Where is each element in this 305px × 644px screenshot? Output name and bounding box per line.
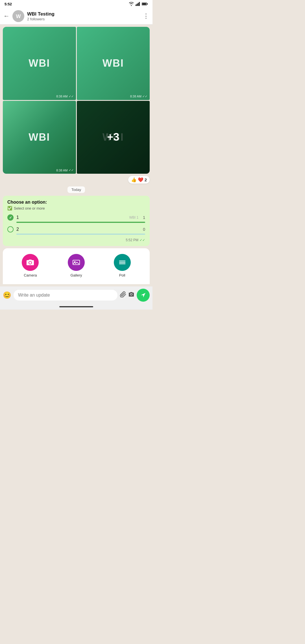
status-bar: 5:52 bbox=[0, 0, 152, 8]
status-time: 5:52 bbox=[5, 2, 12, 6]
today-divider: Today bbox=[3, 186, 150, 193]
img-time-1: 8:38 AM bbox=[56, 95, 67, 98]
img-time-3: 8:38 AM bbox=[56, 169, 67, 172]
back-button[interactable]: ← bbox=[3, 12, 10, 20]
today-badge: Today bbox=[67, 186, 85, 193]
image-grid: WBI 8:38 AM ✓✓ WBI 8:38 AM ✓✓ WBI 8:38 A… bbox=[3, 27, 150, 174]
poll-option-2-label: 2 bbox=[16, 227, 140, 232]
poll-radio-1[interactable] bbox=[7, 214, 14, 221]
camera-input-icon bbox=[128, 291, 134, 297]
poll-option-1-row: 1 WBI 1 1 bbox=[7, 214, 145, 221]
poll-checkmarks: ✓✓ bbox=[140, 238, 145, 242]
gallery-label: Gallery bbox=[70, 273, 82, 277]
poll-option-1-label: 1 bbox=[16, 215, 127, 220]
camera-svg bbox=[26, 259, 34, 266]
attach-button[interactable] bbox=[120, 291, 126, 299]
poll-option-1-count: 1 bbox=[143, 215, 145, 220]
channel-name: WBI Testing bbox=[27, 11, 140, 17]
poll-svg bbox=[118, 259, 126, 266]
wifi-icon bbox=[129, 2, 134, 6]
check-icon-1: ✓✓ bbox=[69, 95, 74, 98]
poll-label: Poll bbox=[119, 273, 125, 277]
poll-attach-icon bbox=[114, 254, 131, 271]
wbi-bg-1: WBI bbox=[3, 27, 76, 100]
poll-bar-1-fill bbox=[16, 222, 145, 223]
app-header: ← W WBI Testing 2 followers ⋮ bbox=[0, 8, 152, 25]
header-info: WBI Testing 2 followers bbox=[27, 11, 140, 21]
poll-bar-2-fill bbox=[16, 234, 55, 235]
attach-poll[interactable]: Poll bbox=[114, 254, 131, 277]
emoji-button[interactable]: 😊 bbox=[3, 291, 11, 299]
img-overlay-3: 8:38 AM ✓✓ bbox=[56, 168, 73, 172]
more-menu-button[interactable]: ⋮ bbox=[143, 12, 149, 20]
attach-camera[interactable]: Camera bbox=[22, 254, 39, 277]
poll-option-1[interactable]: 1 WBI 1 1 bbox=[7, 214, 145, 223]
send-button[interactable] bbox=[137, 289, 150, 302]
battery-icon bbox=[142, 2, 148, 6]
reactions-row: 👍 ❤️ 2 bbox=[3, 176, 150, 184]
wbi-logo-3: WBI bbox=[29, 131, 50, 143]
image-3[interactable]: WBI 8:38 AM ✓✓ bbox=[3, 101, 76, 174]
reactions-count: 2 bbox=[145, 177, 147, 182]
more-overlay: +3 bbox=[77, 101, 150, 174]
poll-bar-2-bg bbox=[16, 234, 145, 235]
poll-title: Choose an option: bbox=[7, 200, 145, 205]
poll-subtitle-text: Select one or more bbox=[14, 206, 45, 210]
more-count: +3 bbox=[107, 131, 119, 143]
reactions-badge[interactable]: 👍 ❤️ 2 bbox=[128, 176, 150, 184]
gallery-svg bbox=[72, 259, 80, 266]
img-overlay-2: 8:38 AM ✓✓ bbox=[130, 95, 147, 98]
gallery-attach-icon bbox=[68, 254, 85, 271]
wbi-logo-2: WBI bbox=[103, 57, 124, 69]
svg-text:W: W bbox=[16, 14, 21, 19]
avatar-icon: W bbox=[12, 10, 24, 22]
camera-label: Camera bbox=[24, 273, 37, 277]
wbi-bg-2: WBI bbox=[77, 27, 150, 100]
wbi-bg-3: WBI bbox=[3, 101, 76, 174]
svg-rect-5 bbox=[147, 3, 148, 5]
send-icon bbox=[140, 292, 146, 298]
svg-rect-2 bbox=[138, 3, 139, 6]
poll-bar-1-bg bbox=[16, 222, 145, 223]
poll-option-2-row: 2 0 bbox=[7, 226, 145, 232]
check-icon-3: ✓✓ bbox=[69, 168, 74, 172]
paperclip-icon bbox=[120, 291, 126, 297]
chat-area: WBI 8:38 AM ✓✓ WBI 8:38 AM ✓✓ WBI 8:38 A… bbox=[0, 25, 152, 286]
input-bar: 😊 bbox=[0, 286, 152, 304]
camera-attach-icon bbox=[22, 254, 39, 271]
camera-button[interactable] bbox=[128, 291, 134, 299]
home-indicator bbox=[0, 304, 152, 310]
svg-rect-1 bbox=[137, 4, 138, 6]
poll-option-2[interactable]: 2 0 bbox=[7, 226, 145, 235]
check-icon-2: ✓✓ bbox=[142, 95, 147, 98]
status-icons bbox=[129, 2, 148, 6]
avatar: W bbox=[12, 10, 24, 22]
poll-time: 5:52 PM bbox=[126, 238, 138, 242]
wbi-logo-1: WBI bbox=[29, 57, 50, 69]
poll-timestamp: 5:52 PM ✓✓ bbox=[7, 238, 145, 242]
reaction-emoji-1: 👍 bbox=[131, 177, 137, 182]
svg-rect-0 bbox=[136, 5, 136, 6]
message-input[interactable] bbox=[14, 290, 117, 301]
image-2[interactable]: WBI 8:38 AM ✓✓ bbox=[77, 27, 150, 100]
svg-rect-6 bbox=[142, 3, 146, 5]
poll-subtitle-icon: ✅ bbox=[7, 206, 12, 210]
poll-subtitle-row: ✅ Select one or more bbox=[7, 206, 145, 210]
image-1[interactable]: WBI 8:38 AM ✓✓ bbox=[3, 27, 76, 100]
image-4-more[interactable]: WBI +3 bbox=[77, 101, 150, 174]
poll-card: Choose an option: ✅ Select one or more 1… bbox=[3, 196, 150, 246]
svg-rect-3 bbox=[139, 2, 140, 6]
signal-icon bbox=[136, 2, 140, 6]
channel-subtitle: 2 followers bbox=[27, 17, 140, 21]
img-overlay-1: 8:38 AM ✓✓ bbox=[56, 95, 73, 98]
poll-option-1-badge: WBI 1 bbox=[129, 216, 139, 219]
img-time-2: 8:38 AM bbox=[130, 95, 141, 98]
poll-radio-2[interactable] bbox=[7, 226, 14, 232]
reaction-emoji-2: ❤️ bbox=[138, 177, 143, 182]
home-bar bbox=[59, 306, 93, 307]
attachment-panel: Camera Gallery Poll bbox=[3, 248, 150, 284]
poll-option-2-count: 0 bbox=[143, 227, 145, 232]
attach-gallery[interactable]: Gallery bbox=[68, 254, 85, 277]
